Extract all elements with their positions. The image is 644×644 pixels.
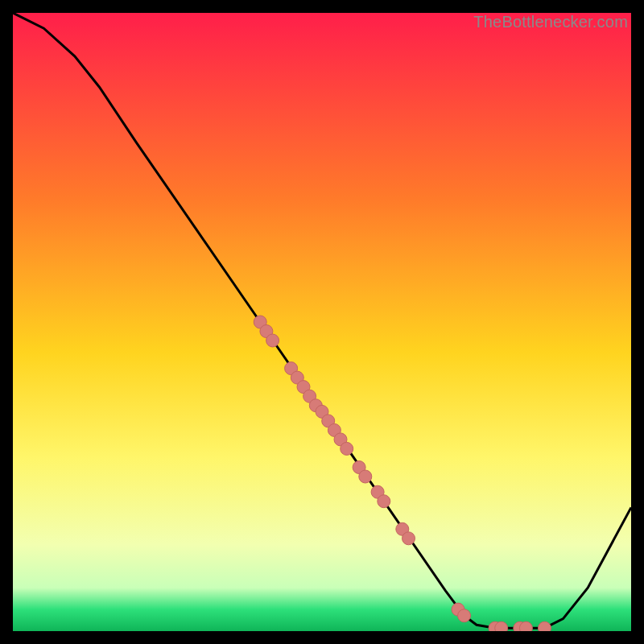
data-marker bbox=[341, 442, 353, 455]
chart-frame: TheBottlenecker.com bbox=[13, 13, 631, 631]
data-marker bbox=[402, 532, 415, 545]
data-marker bbox=[519, 621, 532, 631]
watermark-label: TheBottlenecker.com bbox=[473, 13, 628, 31]
data-marker bbox=[539, 621, 551, 631]
data-marker bbox=[495, 621, 508, 631]
data-marker bbox=[458, 609, 471, 622]
chart-svg bbox=[13, 13, 631, 631]
data-marker bbox=[266, 334, 279, 347]
data-marker bbox=[359, 470, 372, 483]
data-marker bbox=[378, 495, 390, 508]
gradient-background bbox=[13, 13, 631, 631]
